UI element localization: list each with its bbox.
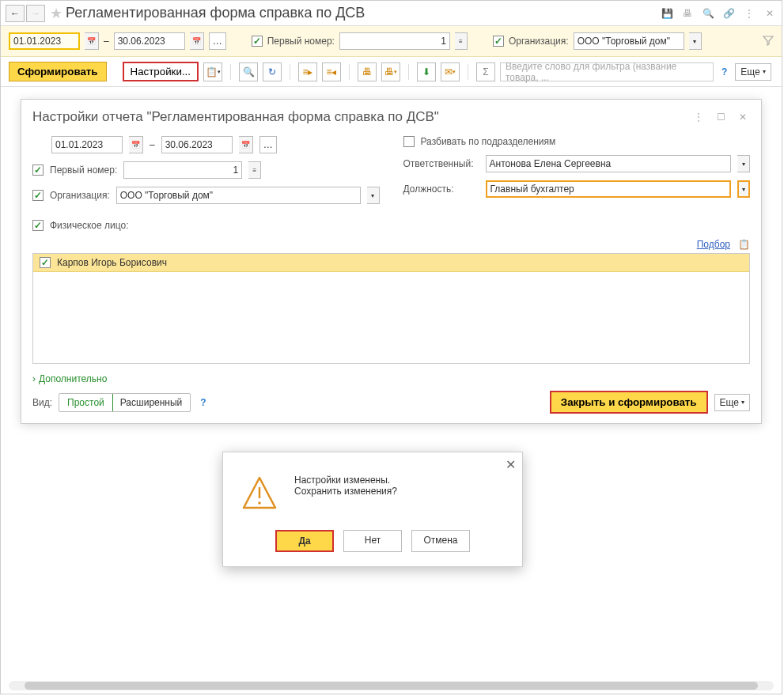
org-checkbox[interactable]: [493, 36, 504, 47]
confirm-dialog: ✕ Настройки изменены. Сохранить изменени…: [222, 452, 523, 567]
dlg-position-label: Должность:: [403, 183, 479, 195]
dlg-person-label: Физическое лицо:: [50, 220, 128, 231]
main-window: ← → ★ Регламентированная форма справка п…: [0, 0, 782, 694]
title-bar: ← → ★ Регламентированная форма справка п…: [1, 1, 782, 26]
date-from-input[interactable]: 01.01.2023: [9, 32, 80, 50]
dialog-more-icon[interactable]: ⋮: [691, 110, 706, 124]
close-generate-button[interactable]: Закрыть и сформировать: [550, 391, 708, 414]
filter-search-input[interactable]: Введите слово для фильтра (название това…: [500, 62, 714, 81]
print-icon[interactable]: 🖶: [680, 6, 695, 21]
dlg-split-checkbox[interactable]: [403, 136, 415, 147]
toolbar: Сформировать Настройки... 📋▾ 🔍 ↻ ≡▸ ≡◂ 🖶…: [1, 57, 782, 87]
settings-dialog-title: Настройки отчета "Регламентированная фор…: [32, 109, 691, 125]
dlg-org-checkbox[interactable]: [32, 190, 44, 201]
favorite-star-icon[interactable]: ★: [50, 5, 62, 22]
org-dropdown[interactable]: ООО "Торговый дом": [574, 32, 684, 50]
close-icon[interactable]: ✕: [763, 6, 777, 21]
horizontal-scrollbar[interactable]: [9, 681, 774, 690]
preview-icon[interactable]: 🔍: [701, 6, 715, 21]
dlg-position-input[interactable]: Главный бухгалтер: [486, 180, 732, 198]
first-number-label: Первый номер:: [267, 36, 335, 47]
nav-back-button[interactable]: ←: [6, 5, 25, 22]
print-button[interactable]: 🖶: [358, 62, 377, 81]
person-row[interactable]: Карпов Игорь Борисович: [33, 254, 749, 272]
confirm-text-line1: Настройки изменены.: [294, 475, 397, 486]
confirm-text-line2: Сохранить изменения?: [294, 486, 397, 497]
dlg-first-number-checkbox[interactable]: [32, 165, 44, 176]
confirm-close-icon[interactable]: ✕: [506, 457, 516, 472]
mode-label: Вид:: [32, 397, 52, 408]
dlg-responsible-input[interactable]: Антонова Елена Сергеевна: [486, 155, 732, 172]
first-number-input[interactable]: 1: [339, 32, 450, 50]
save-icon[interactable]: 💾: [660, 6, 674, 21]
confirm-cancel-button[interactable]: Отмена: [411, 530, 470, 552]
pick-link[interactable]: Подбор: [697, 239, 730, 250]
save-file-button[interactable]: ⬇: [417, 62, 436, 81]
date-to-input[interactable]: 30.06.2023: [114, 32, 185, 50]
dlg-org-label: Организация:: [50, 190, 110, 201]
search-icon[interactable]: 🔍: [239, 62, 258, 81]
filter-funnel-icon[interactable]: [763, 35, 774, 48]
paste-icon[interactable]: 📋: [738, 239, 750, 250]
dlg-first-number-stepper[interactable]: ≡: [248, 161, 261, 179]
person-list[interactable]: Карпов Игорь Борисович: [32, 253, 750, 364]
mode-advanced-button[interactable]: Расширенный: [112, 394, 191, 411]
dlg-date-from-calendar[interactable]: 📅: [129, 136, 143, 153]
first-number-checkbox[interactable]: [252, 36, 263, 47]
filter-bar: 01.01.2023 📅 – 30.06.2023 📅 … Первый ном…: [1, 26, 782, 57]
settings-button[interactable]: Настройки...: [123, 62, 199, 81]
person-row-name: Карпов Игорь Борисович: [57, 257, 167, 268]
dlg-date-to-calendar[interactable]: 📅: [239, 136, 253, 153]
dlg-person-checkbox[interactable]: [32, 220, 44, 231]
date-to-calendar-button[interactable]: 📅: [190, 32, 204, 50]
dlg-org-dropdown[interactable]: ООО "Торговый дом": [116, 187, 361, 204]
confirm-yes-button[interactable]: Да: [275, 530, 334, 552]
dlg-first-number-input[interactable]: 1: [123, 161, 242, 179]
date-ellipsis-button[interactable]: …: [209, 32, 226, 50]
collapse-icon[interactable]: ≡◂: [322, 62, 341, 81]
confirm-no-button[interactable]: Нет: [343, 530, 402, 552]
report-area: Настройки отчета "Регламентированная фор…: [1, 87, 782, 677]
scrollbar-thumb[interactable]: [25, 682, 758, 690]
warning-icon: [241, 475, 278, 513]
first-number-stepper[interactable]: ≡: [455, 32, 468, 50]
dialog-maximize-icon[interactable]: ☐: [714, 110, 728, 124]
dlg-responsible-label: Ответственный:: [403, 158, 479, 169]
org-label: Организация:: [509, 36, 569, 47]
dlg-position-dropdown-button[interactable]: ▾: [737, 180, 750, 198]
dlg-date-to-input[interactable]: 30.06.2023: [161, 136, 233, 153]
window-title: Регламентированная форма справка по ДСВ: [66, 5, 660, 21]
date-from-calendar-button[interactable]: 📅: [85, 32, 99, 50]
mode-segment: Простой Расширенный: [59, 393, 191, 412]
refresh-icon[interactable]: ↻: [263, 62, 282, 81]
settings-more-button[interactable]: Еще▾: [714, 394, 750, 411]
settings-variants-button[interactable]: 📋▾: [203, 62, 222, 81]
more-icon[interactable]: ⋮: [742, 6, 756, 21]
svg-point-1: [258, 501, 261, 505]
dlg-date-from-input[interactable]: 01.01.2023: [51, 136, 123, 153]
email-button[interactable]: ✉▾: [441, 62, 460, 81]
dlg-date-ellipsis[interactable]: …: [259, 136, 277, 153]
dlg-org-dropdown-button[interactable]: ▾: [367, 187, 380, 204]
dlg-split-label: Разбивать по подразделениям: [421, 136, 556, 147]
help-button[interactable]: ?: [718, 66, 730, 78]
settings-dialog: Настройки отчета "Регламентированная фор…: [21, 99, 762, 424]
dlg-responsible-dropdown-button[interactable]: ▾: [737, 155, 750, 172]
expand-icon[interactable]: ≡▸: [298, 62, 317, 81]
generate-button[interactable]: Сформировать: [9, 62, 107, 81]
date-range-sep: –: [104, 36, 109, 47]
toolbar-more-button[interactable]: Еще▾: [735, 63, 771, 81]
chevron-right-icon: ›: [32, 373, 36, 384]
link-icon[interactable]: 🔗: [722, 6, 736, 21]
org-dropdown-button[interactable]: ▾: [689, 32, 702, 50]
nav-forward-button[interactable]: →: [26, 5, 45, 22]
additional-toggle[interactable]: › Дополнительно: [32, 373, 750, 384]
person-row-checkbox[interactable]: [40, 257, 51, 268]
sum-button[interactable]: Σ: [476, 62, 495, 81]
dlg-first-number-label: Первый номер:: [50, 165, 117, 176]
print-dropdown-button[interactable]: 🖶▾: [381, 62, 400, 81]
dialog-close-icon[interactable]: ✕: [736, 110, 750, 124]
mode-help-button[interactable]: ?: [197, 397, 209, 408]
mode-simple-button[interactable]: Простой: [59, 393, 113, 412]
